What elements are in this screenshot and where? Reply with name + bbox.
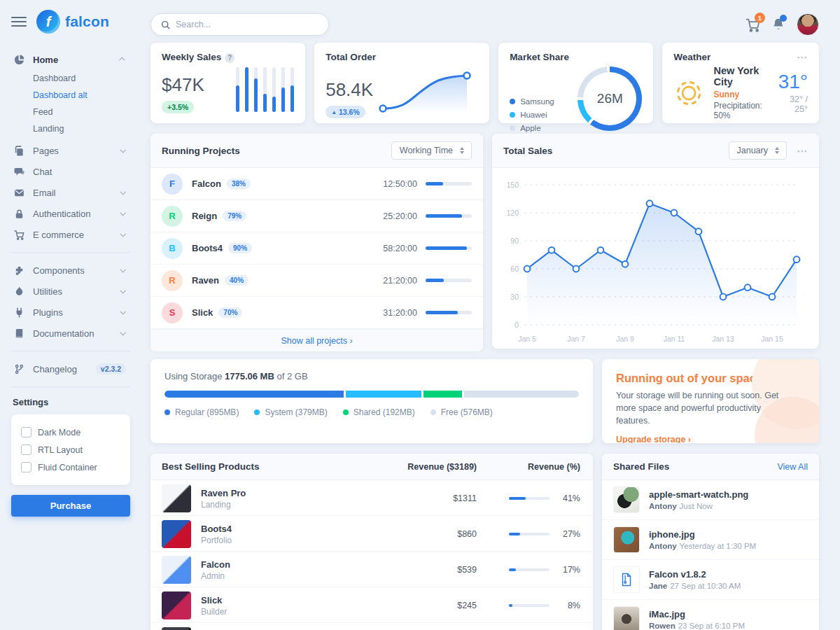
total-sales-menu-icon[interactable]: ⋯: [797, 146, 808, 156]
product-category: Portfolio: [201, 536, 393, 545]
sort-arrows-icon: [775, 147, 780, 154]
weather-temp: 31°: [778, 72, 808, 92]
sidebar: f falcon HomeDashboardDashboard altFeedL…: [0, 0, 140, 630]
fire-icon: [14, 286, 25, 297]
revenue-pct-value: 41%: [558, 493, 580, 503]
sidebar-item-documentation[interactable]: Documentation: [11, 323, 133, 344]
file-owner: Antony: [649, 502, 677, 510]
checkbox-label: Dark Mode: [38, 428, 80, 438]
file-name[interactable]: apple-smart-watch.png: [649, 489, 748, 500]
file-name[interactable]: Falcon v1.8.2: [649, 569, 741, 580]
total-sales-card: Total Sales January ⋯ 0306090120150Jan 5…: [492, 134, 819, 349]
checkbox-rtl-layout[interactable]: RTL Layout: [21, 441, 120, 458]
sidebar-subitem-dashboard-alt[interactable]: Dashboard alt: [33, 87, 133, 104]
upgrade-storage-link[interactable]: Upgrade storage ›: [616, 435, 691, 443]
search-box[interactable]: [150, 13, 329, 36]
product-row-slick[interactable]: SlickBuilder$2458%: [150, 587, 593, 623]
project-pct-badge: 90%: [228, 243, 252, 253]
file-row-apple-smart-watch-png[interactable]: apple-smart-watch.pngAntonyJust Now: [602, 480, 819, 520]
code-branch-icon: [14, 363, 25, 374]
legend-dot: [510, 125, 515, 131]
sidebar-subitem-dashboard[interactable]: Dashboard: [33, 70, 133, 87]
sidebar-subitem-landing[interactable]: Landing: [33, 120, 133, 137]
divider: [11, 351, 130, 351]
svg-text:60: 60: [510, 265, 519, 273]
chevron-up-icon: [119, 57, 125, 62]
sidebar-item-label: Email: [33, 188, 113, 198]
project-row-raven[interactable]: RRaven40%21:20:00: [150, 265, 483, 297]
sidebar-item-label: Components: [33, 265, 113, 276]
file-row-falcon-v1-8-2[interactable]: Falcon v1.8.2Jane27 Sep at 10:30 AM: [602, 560, 819, 600]
view-all-link[interactable]: View All: [777, 462, 808, 472]
checkbox-dark-mode[interactable]: Dark Mode: [21, 424, 120, 441]
checkbox-icon[interactable]: [21, 427, 31, 438]
file-name[interactable]: iMac.jpg: [649, 609, 745, 620]
product-name: Slick: [201, 595, 393, 606]
file-row-iphone-jpg[interactable]: iphone.jpgAntonyYesterday at 1:30 PM: [602, 520, 819, 560]
weather-menu-icon[interactable]: ⋯: [797, 52, 808, 62]
user-avatar[interactable]: [797, 13, 819, 36]
market-share-donut-chart: 26M: [578, 66, 642, 131]
sidebar-item-plugins[interactable]: Plugins: [11, 302, 133, 323]
falcon-logo[interactable]: f falcon: [36, 10, 109, 34]
chevron-down-icon: [120, 267, 125, 272]
sidebar-item-changelog[interactable]: Changelogv2.3.2: [11, 358, 133, 379]
svg-text:Jan 13: Jan 13: [712, 335, 734, 343]
sidebar-item-email[interactable]: Email: [11, 182, 133, 203]
file-owner: Jane: [649, 582, 667, 590]
envelope-icon: [14, 187, 25, 198]
project-pct-badge: 38%: [227, 178, 251, 189]
legend-dot: [254, 410, 260, 415]
project-row-reign[interactable]: RReign79%25:20:00: [150, 200, 483, 232]
checkbox-fluid-container[interactable]: Fluid Container: [21, 458, 120, 476]
project-row-boots4[interactable]: BBoots490%58:20:00: [150, 232, 483, 265]
storage-segment: [424, 391, 462, 398]
chart-pie-icon: [14, 54, 25, 65]
product-row[interactable]: [150, 623, 593, 630]
storage-legend-item: Regular (895MB): [164, 407, 239, 417]
project-avatar: S: [162, 302, 183, 323]
purchase-button[interactable]: Purchase: [11, 495, 130, 517]
project-row-slick[interactable]: SSlick70%31:20:00: [150, 297, 483, 329]
file-name[interactable]: iphone.jpg: [649, 529, 756, 540]
caret-up-icon: ▲: [331, 109, 337, 115]
sidebar-item-label: Pages: [33, 146, 113, 156]
product-row-boots4[interactable]: Boots4Portfolio$86027%: [150, 516, 593, 552]
sidebar-item-chat[interactable]: Chat: [11, 161, 133, 182]
search-input[interactable]: [176, 20, 318, 29]
sidebar-item-components[interactable]: Components: [11, 260, 133, 281]
file-row-imac-jpg[interactable]: iMac.jpgRowen23 Sep at 6:10 PM: [602, 600, 819, 630]
sidebar-subitem-feed[interactable]: Feed: [33, 104, 133, 120]
show-all-projects-link[interactable]: Show all projects ›: [281, 336, 352, 346]
project-row-falcon[interactable]: FFalcon38%12:50:00: [150, 168, 483, 200]
book-icon: [14, 328, 25, 339]
project-avatar: F: [162, 174, 183, 195]
sidebar-item-home[interactable]: Home: [11, 49, 133, 70]
working-time-select[interactable]: Working Time: [391, 141, 472, 160]
hamburger-menu-icon[interactable]: [11, 14, 27, 29]
revenue-pct-value: 27%: [558, 529, 580, 539]
legend-item-huawei: Huawei: [510, 111, 554, 119]
project-name: Slick: [192, 307, 213, 318]
sidebar-item-label: Home: [33, 55, 113, 65]
checkbox-icon[interactable]: [21, 444, 31, 455]
sidebar-item-authentication[interactable]: Authentication: [11, 203, 133, 224]
project-name: Reign: [192, 211, 217, 221]
legend-item-samsung: Samsung: [510, 97, 554, 106]
product-row-falcon[interactable]: FalconAdmin$53917%: [150, 552, 593, 587]
notifications-button[interactable]: [771, 18, 785, 31]
svg-text:Jan 9: Jan 9: [616, 335, 634, 343]
product-row-raven-pro[interactable]: Raven ProLanding$131141%: [150, 480, 593, 516]
checkbox-icon[interactable]: [21, 462, 31, 472]
chevron-down-icon: [120, 210, 125, 216]
total-order-badge: ▲ 13.6%: [326, 106, 365, 118]
month-select[interactable]: January: [729, 141, 787, 160]
product-list: Raven ProLanding$131141%Boots4Portfolio$…: [150, 480, 593, 630]
sidebar-item-utilities[interactable]: Utilities: [11, 281, 133, 302]
cart-button[interactable]: 1: [746, 18, 760, 32]
sidebar-item-pages[interactable]: Pages: [11, 140, 133, 161]
sidebar-item-e-commerce[interactable]: E commerce: [11, 224, 133, 245]
product-thumbnail: [162, 520, 191, 548]
help-icon[interactable]: ?: [225, 53, 234, 63]
storage-legend: Regular (895MB)System (379MB)Shared (192…: [164, 407, 579, 417]
